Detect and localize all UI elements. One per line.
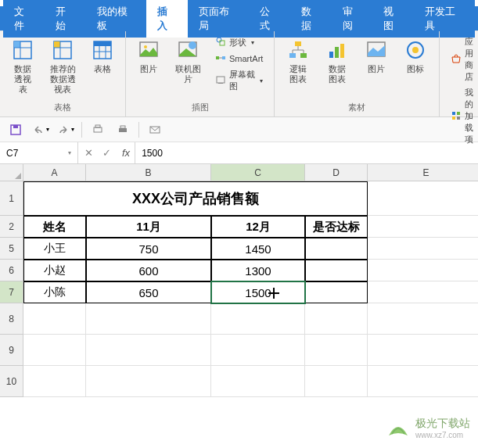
store-icon <box>451 53 462 66</box>
cell-empty-5-4[interactable] <box>368 303 478 335</box>
cell-E1[interactable] <box>368 181 478 216</box>
print-preview-icon[interactable] <box>88 120 107 139</box>
pivot-rec-icon <box>50 38 75 63</box>
cell-E5[interactable] <box>368 238 478 260</box>
cancel-icon[interactable]: ✕ <box>84 147 93 159</box>
svg-rect-5 <box>54 41 60 48</box>
icon-icon <box>403 38 428 63</box>
enter-icon[interactable]: ✓ <box>102 147 111 159</box>
select-all-cell[interactable] <box>0 164 23 181</box>
cell-empty-7-4[interactable] <box>368 366 478 397</box>
formula-input[interactable]: 1500 <box>135 142 478 163</box>
row-header-10[interactable]: 10 <box>0 366 23 397</box>
cell-pass-0[interactable] <box>305 238 368 260</box>
row-header-1[interactable]: 1 <box>0 181 23 216</box>
cell-nov-2[interactable]: 650 <box>86 281 211 303</box>
picture-button[interactable]: 图片 <box>132 34 165 77</box>
cell-header-3[interactable]: 是否达标 <box>305 216 368 238</box>
col-header-C[interactable]: C <box>211 164 305 181</box>
cell-empty-6-3[interactable] <box>305 335 368 366</box>
picture2-button[interactable]: 图片 <box>359 34 394 77</box>
print-icon[interactable] <box>113 120 132 139</box>
cell-header-0[interactable]: 姓名 <box>23 216 86 238</box>
svg-rect-41 <box>13 125 18 128</box>
cell-E2[interactable] <box>368 216 478 238</box>
cell-empty-6-0[interactable] <box>23 335 86 366</box>
recommended-pivot-button[interactable]: 推荐的数据透视表 <box>44 34 81 99</box>
app-store-button[interactable]: 应用商店 <box>446 34 478 84</box>
my-addons-button[interactable]: 我的加载项 <box>446 85 478 147</box>
cell-pass-2[interactable] <box>305 281 368 303</box>
svg-rect-42 <box>94 127 102 132</box>
cell-empty-5-2[interactable] <box>211 303 305 335</box>
cell-empty-6-2[interactable] <box>211 335 305 366</box>
cell-empty-7-3[interactable] <box>305 366 368 397</box>
cell-dec-2[interactable]: 1500 <box>211 281 305 303</box>
svg-point-14 <box>144 45 147 48</box>
row-header-5[interactable]: 5 <box>0 238 23 260</box>
cell-empty-6-4[interactable] <box>368 335 478 366</box>
cell-pass-1[interactable] <box>305 260 368 281</box>
cell-nov-1[interactable]: 600 <box>86 260 211 281</box>
cell-name-1[interactable]: 小赵 <box>23 260 86 281</box>
email-icon[interactable] <box>146 120 164 139</box>
cell-empty-6-1[interactable] <box>86 335 211 366</box>
fx-icon[interactable]: fx <box>117 147 135 159</box>
save-icon[interactable] <box>6 120 25 139</box>
svg-rect-45 <box>120 126 125 128</box>
svg-rect-32 <box>340 44 344 58</box>
row-header-8[interactable]: 8 <box>0 303 23 335</box>
formula-bar: C7 ▾ ✕ ✓ fx 1500 <box>0 142 478 164</box>
table-button[interactable]: 表格 <box>86 34 119 77</box>
row-header-7[interactable]: 7 <box>0 281 23 303</box>
cell-empty-7-2[interactable] <box>211 366 305 397</box>
watermark-text: 极光下载站 <box>415 417 470 431</box>
svg-rect-25 <box>300 53 307 58</box>
cell-empty-7-1[interactable] <box>86 366 211 397</box>
logic-chart-button[interactable]: 逻辑图表 <box>281 34 315 88</box>
menubar: 文件开始我的模板插入页面布局公式数据审阅视图开发工具 <box>0 6 478 31</box>
cell-name-2[interactable]: 小陈 <box>23 281 86 303</box>
col-header-E[interactable]: E <box>368 164 478 181</box>
cell-title[interactable]: XXX公司产品销售额 <box>23 181 368 216</box>
data-chart-button[interactable]: 数据图表 <box>320 34 354 88</box>
row-header-9[interactable]: 9 <box>0 335 23 366</box>
cell-empty-5-3[interactable] <box>305 303 368 335</box>
cell-dec-1[interactable]: 1300 <box>211 260 305 281</box>
smartart-button[interactable]: SmartArt <box>210 51 268 66</box>
pivot-table-button[interactable]: 数据透视表 <box>6 34 39 99</box>
svg-point-17 <box>217 38 221 42</box>
cell-E6[interactable] <box>368 260 478 281</box>
row-header-2[interactable]: 2 <box>0 216 23 238</box>
icon-button[interactable]: 图标 <box>398 34 433 77</box>
redo-icon[interactable]: ▾ <box>56 120 75 139</box>
cell-dec-0[interactable]: 1450 <box>211 238 305 260</box>
logo-icon <box>386 415 411 440</box>
quick-access-toolbar: ▾ ▾ <box>0 117 478 142</box>
cell-nov-0[interactable]: 750 <box>86 238 211 260</box>
col-header-D[interactable]: D <box>305 164 368 181</box>
svg-rect-39 <box>457 116 460 120</box>
cell-empty-5-0[interactable] <box>23 303 86 335</box>
name-box[interactable]: C7 ▾ <box>0 142 78 163</box>
row-header-6[interactable]: 6 <box>0 260 23 281</box>
col-header-B[interactable]: B <box>86 164 211 181</box>
cell-empty-5-1[interactable] <box>86 303 211 335</box>
svg-rect-31 <box>335 47 339 58</box>
cell-empty-7-0[interactable] <box>23 366 86 397</box>
cell-header-1[interactable]: 11月 <box>86 216 211 238</box>
col-header-A[interactable]: A <box>23 164 86 181</box>
cell-name-0[interactable]: 小王 <box>23 238 86 260</box>
svg-rect-22 <box>218 83 223 84</box>
svg-rect-21 <box>217 77 225 83</box>
screenshot-button[interactable]: 屏幕截图▾ <box>210 67 268 94</box>
cursor-icon <box>268 288 279 299</box>
online-picture-button[interactable]: 联机图片 <box>170 34 206 88</box>
undo-icon[interactable]: ▾ <box>31 120 50 139</box>
shapes-icon <box>215 36 226 48</box>
cell-E7[interactable] <box>368 281 478 303</box>
svg-rect-1 <box>14 41 20 48</box>
watermark-url: www.xz7.com <box>415 431 470 439</box>
shapes-button[interactable]: 形状▾ <box>210 34 268 50</box>
cell-header-2[interactable]: 12月 <box>211 216 305 238</box>
